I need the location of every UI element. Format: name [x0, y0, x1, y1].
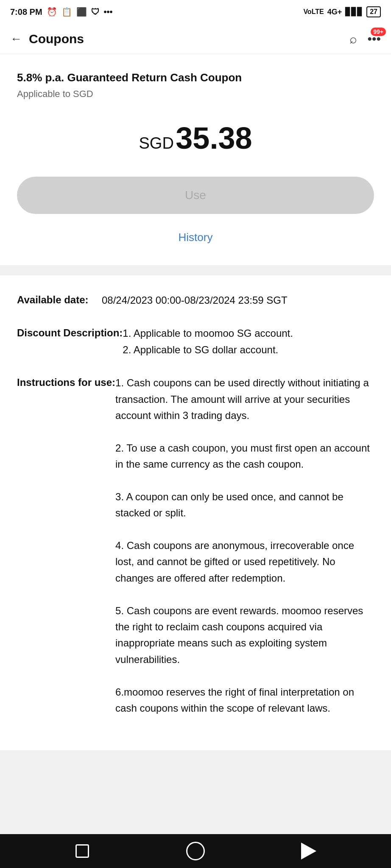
search-icon[interactable]: ⌕	[349, 32, 357, 46]
instructions-value: 1. Cash coupons can be used directly wit…	[115, 375, 374, 716]
coupon-amount-wrapper: SGD 35.38	[17, 121, 374, 155]
nav-right: ⌕ ••• 99+	[349, 32, 381, 46]
available-date-label: Available date:	[17, 292, 102, 308]
square-icon	[75, 844, 89, 858]
available-date-value: 08/24/2023 00:00-08/23/2024 23:59 SGT	[102, 292, 374, 308]
nav-left: ← Coupons	[10, 32, 84, 46]
notification-badge: 99+	[371, 28, 386, 36]
volte-icon: VoLTE	[303, 8, 324, 16]
status-right: VoLTE 4G+ ▊▊▊ 27	[303, 6, 381, 17]
main-content: 5.8% p.a. Guaranteed Return Cash Coupon …	[0, 54, 391, 834]
back-button[interactable]: ←	[10, 32, 22, 46]
notification-button[interactable]: ••• 99+	[367, 32, 381, 46]
status-time: 7:08 PM ⏰ 📋 ⬛ 🛡 •••	[10, 7, 113, 17]
coupon-currency: SGD	[139, 134, 174, 152]
alarm-icon: ⏰	[47, 7, 57, 17]
nav-bar: ← Coupons ⌕ ••• 99+	[0, 24, 391, 54]
coupon-subtitle: Applicable to SGD	[17, 89, 374, 100]
shield-icon: 🛡	[91, 7, 100, 17]
history-link[interactable]: History	[17, 231, 374, 244]
stop-icon: ⬛	[76, 7, 87, 17]
bottom-nav	[0, 834, 391, 868]
instructions-row: Instructions for use: 1. Cash coupons ca…	[17, 375, 374, 716]
nav-square-button[interactable]	[72, 840, 93, 862]
instructions-label: Instructions for use:	[17, 375, 115, 390]
coupon-card: 5.8% p.a. Guaranteed Return Cash Coupon …	[0, 54, 391, 265]
time-display: 7:08 PM	[10, 7, 42, 17]
memo-icon: 📋	[61, 7, 72, 17]
nav-home-button[interactable]	[185, 840, 206, 862]
page-title: Coupons	[29, 32, 84, 46]
discount-description-label: Discount Description:	[17, 325, 123, 341]
wifi-icon: ▊▊▊	[345, 7, 363, 17]
battery-display: 27	[366, 6, 381, 17]
instruction-6: 6.moomoo reserves the right of final int…	[115, 686, 354, 714]
signal-strength: 4G+	[327, 8, 342, 17]
circle-icon	[186, 842, 205, 860]
coupon-title: 5.8% p.a. Guaranteed Return Cash Coupon	[17, 71, 374, 84]
nav-back-button[interactable]	[298, 840, 319, 862]
discount-description-value: 1. Applicable to moomoo SG account. 2. A…	[123, 325, 374, 358]
status-bar: 7:08 PM ⏰ 📋 ⬛ 🛡 ••• VoLTE 4G+ ▊▊▊ 27	[0, 0, 391, 24]
triangle-icon	[301, 843, 316, 860]
details-section: Available date: 08/24/2023 00:00-08/23/2…	[0, 275, 391, 750]
instruction-5: 5. Cash coupons are event rewards. moomo…	[115, 605, 363, 665]
discount-description-row: Discount Description: 1. Applicable to m…	[17, 325, 374, 358]
more-icon: •••	[104, 7, 113, 17]
coupon-amount: 35.38	[176, 121, 252, 155]
available-date-row: Available date: 08/24/2023 00:00-08/23/2…	[17, 292, 374, 308]
instruction-2: 2. To use a cash coupon, you must first …	[115, 442, 370, 470]
use-button[interactable]: Use	[17, 177, 374, 214]
instruction-4: 4. Cash coupons are anonymous, irrecover…	[115, 540, 354, 584]
instruction-1: 1. Cash coupons can be used directly wit…	[115, 377, 369, 421]
instruction-3: 3. A coupon can only be used once, and c…	[115, 491, 344, 519]
